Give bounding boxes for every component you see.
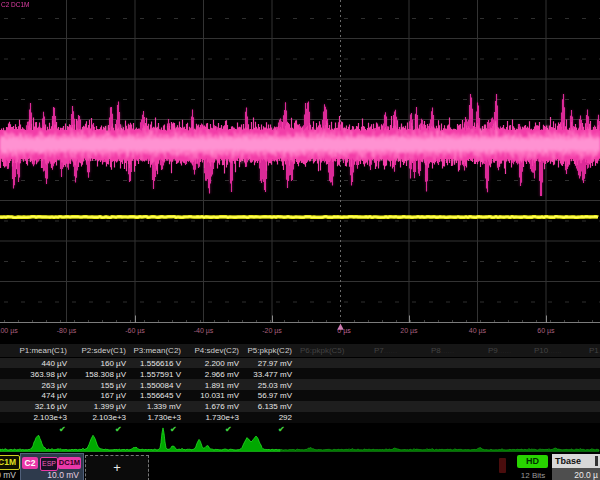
svg-text:-100 µs: -100 µs [0,327,18,335]
svg-text:-20 µs: -20 µs [262,327,282,335]
svg-text:-60 µs: -60 µs [125,327,145,335]
svg-text:20 µs: 20 µs [400,327,418,335]
svg-text:C2 DC1M: C2 DC1M [1,1,30,8]
svg-text:-40 µs: -40 µs [194,327,214,335]
svg-text:60 µs: 60 µs [537,327,555,335]
svg-text:-80 µs: -80 µs [57,327,77,335]
svg-text:40 µs: 40 µs [469,327,487,335]
